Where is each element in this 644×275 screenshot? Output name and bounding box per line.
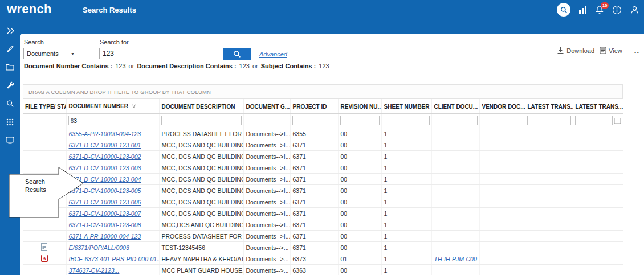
table-row[interactable]: 6371-D-CV-10000-123-004MCC, DCS AND QC B… bbox=[23, 174, 623, 185]
column-header[interactable]: PROJECT ID bbox=[290, 99, 338, 114]
vendor-document-cell bbox=[479, 162, 525, 174]
search-type-select[interactable]: Documents ▼ bbox=[23, 48, 78, 59]
table-row[interactable]: 6371-D-CV-10000-123-006MCC, DCS AND QC B… bbox=[23, 196, 623, 208]
latest-transmittal-cell bbox=[525, 185, 573, 196]
column-header[interactable]: DOCUMENT NUMBER bbox=[66, 99, 159, 114]
bar-chart-icon[interactable] bbox=[578, 6, 587, 14]
wrench-tool-icon[interactable] bbox=[0, 76, 20, 95]
column-filter-input[interactable] bbox=[575, 116, 613, 125]
results-table: FILE TYPE/ STA...DOCUMENT NUMBERDOCUMENT… bbox=[23, 99, 623, 275]
revision-number-cell: 00 bbox=[338, 151, 381, 162]
table-row[interactable]: 6371-D-CV-10000-123-001MCC, DCS AND QC B… bbox=[23, 139, 623, 151]
group-by-drop-zone[interactable]: DRAG A COLUMN AND DROP IT HERE TO GROUP … bbox=[23, 84, 623, 99]
table-row[interactable]: 6371-D-CV-10000-123-008MCC,DCS AND QC BU… bbox=[23, 219, 623, 231]
document-description-cell: MCC, DCS AND QC BUILDING... bbox=[159, 139, 243, 151]
table-row[interactable]: 6355-A-PR-10000-004-123PROCESS DATASHEET… bbox=[23, 128, 623, 139]
document-number-link[interactable]: 6371-D-CV-10000-123-001 bbox=[69, 142, 141, 149]
table-row[interactable]: 6371-D-CV-10000-123-003MCC, DCS AND QC B… bbox=[23, 162, 623, 174]
search-icon[interactable] bbox=[557, 3, 570, 17]
info-icon[interactable] bbox=[612, 5, 622, 15]
document-number-cell: E/6371/POP/ALL/0003 bbox=[66, 242, 159, 253]
chevron-double-right-icon[interactable] bbox=[0, 22, 20, 40]
search-button[interactable] bbox=[223, 48, 251, 60]
column-filter-input[interactable] bbox=[482, 116, 523, 125]
column-header[interactable]: DOCUMENT DESCRIPTION bbox=[159, 99, 243, 114]
latest-transmittal-date-cell bbox=[573, 265, 623, 275]
table-row[interactable]: 6371-A-PR-10000-004-123PROCESS DATASHEET… bbox=[23, 231, 623, 242]
column-filter-input[interactable] bbox=[434, 116, 478, 125]
document-number-link[interactable]: 6371-D-CV-10000-123-008 bbox=[69, 221, 141, 228]
search-icon[interactable] bbox=[0, 95, 20, 113]
filter-funnel-icon[interactable] bbox=[131, 103, 137, 110]
column-filter-input[interactable] bbox=[68, 116, 157, 125]
document-number-link[interactable]: 6371-D-CV-10000-123-002 bbox=[69, 153, 141, 160]
table-row[interactable]: 6371-D-CV-10000-123-005MCC, DCS AND QC B… bbox=[23, 185, 623, 196]
column-filter-input[interactable] bbox=[384, 116, 430, 125]
column-header-label: REVISION NU... bbox=[341, 104, 382, 110]
column-header[interactable]: LATEST TRANS... bbox=[525, 99, 573, 114]
vendor-document-cell bbox=[479, 231, 525, 242]
column-filter-input[interactable] bbox=[25, 116, 64, 125]
column-header-label: LATEST TRANS... bbox=[576, 104, 623, 110]
project-id-cell: 6371 bbox=[290, 162, 338, 174]
latest-transmittal-cell bbox=[525, 162, 573, 174]
table-row[interactable]: 3T4637-CV-2123...MCC PLANT GUARD HOUSE..… bbox=[23, 265, 623, 275]
view-button[interactable]: View bbox=[600, 47, 622, 54]
sheet-number-cell: 1 bbox=[381, 265, 431, 275]
sheet-number-cell: 1 bbox=[381, 253, 431, 265]
latest-transmittal-cell bbox=[525, 128, 573, 139]
search-input[interactable] bbox=[99, 48, 223, 59]
column-filter-input[interactable] bbox=[161, 116, 242, 125]
apps-grid-icon[interactable] bbox=[0, 113, 20, 131]
column-header-label: SHEET NUMBER bbox=[384, 104, 430, 110]
file-type-cell bbox=[23, 139, 66, 151]
client-document-link[interactable]: TH-IH-PJM-C00-L-... bbox=[434, 256, 480, 262]
page-title: Search Results bbox=[83, 6, 136, 14]
column-filter-input[interactable] bbox=[246, 116, 288, 125]
pencil-icon[interactable] bbox=[0, 40, 20, 58]
column-header[interactable]: FILE TYPE/ STA... bbox=[23, 99, 66, 114]
table-row[interactable]: 6371-D-CV-10000-123-002MCC, DCS AND QC B… bbox=[23, 151, 623, 162]
document-number-link[interactable]: E/6371/POP/ALL/0003 bbox=[69, 244, 129, 251]
column-header[interactable]: DOCUMENT G... bbox=[243, 99, 290, 114]
document-genre-cell: Documents-->I... bbox=[243, 128, 290, 139]
revision-number-cell: 00 bbox=[338, 162, 381, 174]
download-button[interactable]: Download bbox=[557, 47, 594, 54]
screen-icon[interactable] bbox=[0, 131, 20, 149]
filter-cell bbox=[381, 114, 431, 128]
column-header[interactable]: LATEST TRANS... bbox=[573, 99, 623, 114]
user-icon[interactable] bbox=[630, 5, 639, 15]
document-number-link[interactable]: IBCE-6373-401-PRS-PID-000-01... bbox=[69, 256, 160, 262]
column-header[interactable]: SHEET NUMBER bbox=[381, 99, 431, 114]
folder-icon[interactable] bbox=[0, 58, 20, 76]
revision-number-cell: 00 bbox=[338, 231, 381, 242]
column-filter-input[interactable] bbox=[292, 116, 336, 125]
calendar-icon[interactable] bbox=[614, 117, 621, 124]
column-filter-input[interactable] bbox=[527, 116, 571, 125]
revision-number-cell: 00 bbox=[338, 174, 381, 185]
column-header[interactable]: CLIENT DOCU... bbox=[431, 99, 479, 114]
column-header-label: CLIENT DOCU... bbox=[434, 104, 478, 110]
sidebar bbox=[0, 19, 20, 275]
project-id-cell: 6371 bbox=[290, 219, 338, 231]
latest-transmittal-cell bbox=[525, 139, 573, 151]
vendor-document-cell bbox=[479, 185, 525, 196]
column-filter-input[interactable] bbox=[340, 116, 380, 125]
table-row[interactable]: 6371-D-CV-10000-123-007MCC, DCS AND QC B… bbox=[23, 208, 623, 219]
document-number-link[interactable]: 6355-A-PR-10000-004-123 bbox=[69, 130, 141, 137]
vendor-document-cell bbox=[479, 174, 525, 185]
client-document-cell bbox=[431, 128, 479, 139]
revision-number-cell: 00 bbox=[338, 128, 381, 139]
column-header[interactable]: REVISION NU... bbox=[338, 99, 381, 114]
advanced-link[interactable]: Advanced bbox=[259, 51, 287, 58]
table-row[interactable]: AIBCE-6373-401-PRS-PID-000-01...HEAVY NA… bbox=[23, 253, 623, 265]
table-row[interactable]: E/6371/POP/ALL/0003TEST-12345456Document… bbox=[23, 242, 623, 253]
document-genre-cell: Documents-->I... bbox=[243, 219, 290, 231]
more-options-button[interactable]: .. bbox=[634, 46, 639, 55]
column-header[interactable]: VENDOR DOC... bbox=[479, 99, 525, 114]
document-number-link[interactable]: 6371-A-PR-10000-004-123 bbox=[69, 233, 141, 240]
latest-transmittal-date-cell bbox=[573, 162, 623, 174]
document-number-link[interactable]: 3T4637-CV-2123... bbox=[69, 267, 120, 274]
document-genre-cell: Documents-->I... bbox=[243, 231, 290, 242]
bell-icon[interactable]: 10 bbox=[595, 5, 604, 14]
